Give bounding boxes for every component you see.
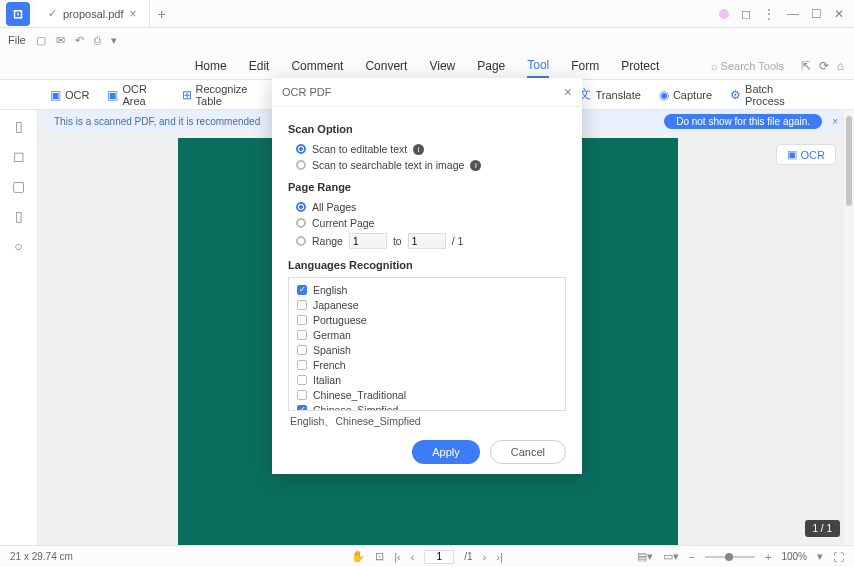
info-icon[interactable]: i (413, 144, 424, 155)
app-icon: ⊡ (6, 2, 30, 26)
thumbnails-icon[interactable]: ▯ (15, 118, 23, 134)
tool-batch[interactable]: ⚙Batch Process (730, 83, 804, 107)
current-page-option[interactable]: Current Page (288, 215, 566, 231)
ocr-area-icon: ▣ (107, 88, 118, 102)
apply-button[interactable]: Apply (412, 440, 480, 464)
range-to-input[interactable] (408, 233, 446, 249)
language-item[interactable]: Japanese (289, 297, 565, 312)
share-icon[interactable]: ⇱ (801, 55, 811, 77)
menu-comment[interactable]: Comment (291, 55, 343, 77)
first-page-icon[interactable]: |‹ (394, 551, 401, 563)
batch-icon: ⚙ (730, 88, 741, 102)
banner-text: This is a scanned PDF, and it is recomme… (54, 116, 260, 127)
statusbar: 21 x 29.74 cm ✋ ⊡ |‹ ‹ /1 › ›| ▤▾ ▭▾ − +… (0, 545, 854, 567)
minimize-icon[interactable]: — (787, 7, 799, 21)
menu-home[interactable]: Home (195, 55, 227, 77)
language-item[interactable]: Chinese_Simpfied (289, 402, 565, 411)
tool-capture[interactable]: ◉Capture (659, 88, 712, 102)
banner-close-icon[interactable]: × (832, 116, 838, 127)
zoom-slider[interactable] (705, 556, 755, 558)
ocr-badge-icon: ▣ (787, 148, 797, 161)
save-icon[interactable]: ✉ (56, 34, 65, 47)
language-label: French (313, 359, 346, 371)
print-icon[interactable]: ⎙ (94, 34, 101, 46)
page-input[interactable] (424, 550, 454, 564)
ocr-badge[interactable]: ▣ OCR (776, 144, 836, 165)
new-tab-button[interactable]: + (150, 6, 174, 22)
fullscreen-icon[interactable]: ⛶ (833, 551, 844, 563)
prev-page-icon[interactable]: ‹ (411, 551, 415, 563)
theme-dot-icon[interactable] (719, 9, 729, 19)
all-pages-option[interactable]: All Pages (288, 199, 566, 215)
undo-icon[interactable]: ↶ (75, 34, 84, 47)
vertical-scrollbar[interactable] (844, 110, 854, 545)
menu-page[interactable]: Page (477, 55, 505, 77)
more-icon[interactable]: ⋮ (763, 7, 775, 21)
language-item[interactable]: English (289, 282, 565, 297)
menu-tool[interactable]: Tool (527, 54, 549, 78)
language-item[interactable]: Italian (289, 372, 565, 387)
chevron-down-icon[interactable]: ▾ (111, 34, 117, 47)
display-icon[interactable]: ▭▾ (663, 550, 679, 563)
menu-protect[interactable]: Protect (621, 55, 659, 77)
attachments-icon[interactable]: ▯ (15, 208, 23, 224)
page-dimensions: 21 x 29.74 cm (10, 551, 73, 562)
tab-close-icon[interactable]: × (130, 7, 137, 21)
tool-ocr[interactable]: ▣OCR (50, 88, 89, 102)
dialog-close-icon[interactable]: × (564, 84, 572, 100)
hand-tool-icon[interactable]: ✋ (351, 550, 365, 563)
info-icon[interactable]: i (470, 160, 481, 171)
page-indicator: 1 / 1 (805, 520, 840, 537)
zoom-out-icon[interactable]: − (689, 551, 695, 563)
menu-edit[interactable]: Edit (249, 55, 270, 77)
tool-translate[interactable]: 文Translate (579, 86, 640, 103)
ocr-dialog: OCR PDF × Scan Option Scan to editable t… (272, 78, 582, 474)
language-item[interactable]: Spanish (289, 342, 565, 357)
languages-title: Languages Recognition (288, 259, 566, 271)
view-mode-icon[interactable]: ▤▾ (637, 550, 653, 563)
maximize-icon[interactable]: ☐ (811, 7, 822, 21)
notification-icon[interactable]: ◻ (741, 7, 751, 21)
last-page-icon[interactable]: ›| (496, 551, 503, 563)
close-icon[interactable]: ✕ (834, 7, 844, 21)
banner-dont-show-button[interactable]: Do not show for this file again. (664, 114, 822, 129)
next-page-icon[interactable]: › (483, 551, 487, 563)
radio-icon (296, 160, 306, 170)
scan-searchable-option[interactable]: Scan to searchable text in image i (288, 157, 566, 173)
search-tools[interactable]: Search Tools (711, 56, 784, 76)
languages-list[interactable]: EnglishJapanesePortugueseGermanSpanishFr… (288, 277, 566, 411)
scrollbar-thumb[interactable] (846, 116, 852, 206)
language-item[interactable]: German (289, 327, 565, 342)
scan-editable-option[interactable]: Scan to editable text i (288, 141, 566, 157)
file-menu[interactable]: File (8, 34, 26, 46)
cloud-icon[interactable]: ⟳ (819, 55, 829, 77)
select-tool-icon[interactable]: ⊡ (375, 550, 384, 563)
menu-view[interactable]: View (429, 55, 455, 77)
range-option[interactable]: Range to / 1 (288, 231, 566, 251)
file-tab[interactable]: ✓ proposal.pdf × (36, 0, 150, 27)
tool-recognize-table[interactable]: ⊞Recognize Table (182, 83, 264, 107)
open-icon[interactable]: ▢ (36, 34, 46, 47)
language-item[interactable]: Chinese_Traditional (289, 387, 565, 402)
titlebar: ⊡ ✓ proposal.pdf × + ◻ ⋮ — ☐ ✕ (0, 0, 854, 28)
bookmark-icon[interactable]: ◻ (13, 148, 25, 164)
language-label: Chinese_Traditional (313, 389, 406, 401)
menu-convert[interactable]: Convert (365, 55, 407, 77)
zoom-in-icon[interactable]: + (765, 551, 771, 563)
tool-ocr-area[interactable]: ▣OCR Area (107, 83, 163, 107)
search-panel-icon[interactable]: ○ (14, 238, 22, 254)
cancel-button[interactable]: Cancel (490, 440, 566, 464)
checkbox-icon (297, 405, 307, 412)
range-from-input[interactable] (349, 233, 387, 249)
checkbox-icon (297, 345, 307, 355)
radio-icon (296, 144, 306, 154)
comment-panel-icon[interactable]: ▢ (12, 178, 25, 194)
checkbox-icon (297, 375, 307, 385)
checkbox-icon (297, 390, 307, 400)
language-item[interactable]: French (289, 357, 565, 372)
chevron-down-icon[interactable]: ▾ (817, 550, 823, 563)
language-item[interactable]: Portuguese (289, 312, 565, 327)
scan-option-title: Scan Option (288, 123, 566, 135)
home-icon[interactable]: ⌂ (837, 55, 844, 77)
menu-form[interactable]: Form (571, 55, 599, 77)
